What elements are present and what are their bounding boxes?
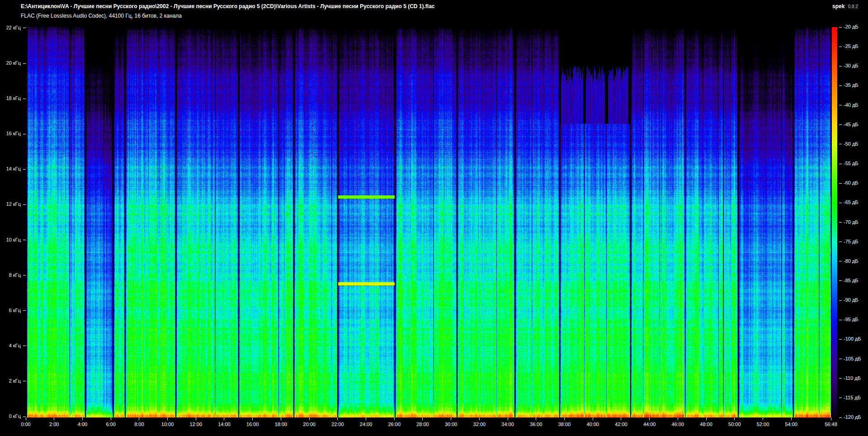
freq-tick <box>23 381 26 381</box>
time-tick <box>54 417 54 420</box>
app-name: spek <box>832 3 844 9</box>
db-tick <box>839 105 842 105</box>
time-tick-label: 20:00 <box>299 422 319 427</box>
db-tick <box>839 339 842 340</box>
db-tick-label: -60 дБ <box>844 180 868 185</box>
time-tick-label: 38:00 <box>555 422 575 427</box>
db-tick-label: -30 дБ <box>844 63 868 68</box>
time-tick-label: 52:00 <box>753 422 773 427</box>
time-tick-label: 16:00 <box>243 422 263 427</box>
time-tick <box>224 417 224 420</box>
freq-tick-label: 4 кГц <box>1 343 21 348</box>
db-tick-label: -25 дБ <box>844 43 868 49</box>
time-tick <box>252 417 253 420</box>
freq-tick <box>23 275 26 275</box>
db-tick-label: -40 дБ <box>844 102 868 108</box>
time-tick-label: 36:00 <box>526 422 546 427</box>
time-tick-label: 32:00 <box>469 422 489 427</box>
freq-tick-label: 10 кГц <box>1 237 21 242</box>
freq-tick <box>23 99 26 99</box>
freq-tick-label: 8 кГц <box>1 272 21 278</box>
time-tick <box>564 417 565 420</box>
time-tick-label: 30:00 <box>441 422 461 427</box>
freq-tick <box>23 417 26 417</box>
db-tick <box>839 398 842 398</box>
db-tick <box>839 378 842 379</box>
time-tick-label: 50:00 <box>725 422 745 427</box>
time-tick-label: 2:00 <box>44 422 64 427</box>
db-tick-label: -100 дБ <box>844 336 868 341</box>
time-tick <box>337 417 338 420</box>
time-tick <box>791 417 792 420</box>
db-tick-label: -70 дБ <box>844 219 868 225</box>
time-tick <box>831 417 831 420</box>
db-tick-label: -105 дБ <box>844 356 868 361</box>
freq-tick <box>23 28 26 28</box>
time-tick <box>281 417 281 420</box>
freq-tick <box>23 346 26 346</box>
db-tick-label: -55 дБ <box>844 161 868 166</box>
db-tick-label: -75 дБ <box>844 239 868 244</box>
freq-tick-label: 12 кГц <box>1 201 21 207</box>
freq-tick-label: 2 кГц <box>1 378 21 384</box>
db-tick <box>839 164 842 164</box>
app-version: 0.8.2 <box>848 4 858 9</box>
freq-tick-label: 6 кГц <box>1 308 21 313</box>
time-tick <box>139 417 139 420</box>
freq-tick-label: 22 кГц <box>1 25 21 30</box>
time-tick <box>196 417 196 420</box>
time-tick-label: 0:00 <box>16 422 36 427</box>
db-tick <box>839 222 842 223</box>
time-tick-label: 22:00 <box>328 422 348 427</box>
time-tick-label: 46:00 <box>668 422 688 427</box>
time-tick <box>111 417 111 420</box>
db-tick <box>839 183 842 184</box>
time-tick-label: 24:00 <box>356 422 376 427</box>
db-tick <box>839 417 842 418</box>
db-tick <box>839 359 842 359</box>
time-tick-label: 42:00 <box>611 422 631 427</box>
time-tick-label: 48:00 <box>696 422 716 427</box>
db-tick-label: -35 дБ <box>844 82 868 88</box>
freq-tick-label: 18 кГц <box>1 95 21 101</box>
db-tick <box>839 203 842 203</box>
time-tick-label: 28:00 <box>413 422 433 427</box>
time-tick <box>451 417 451 420</box>
time-tick <box>593 417 593 420</box>
time-tick <box>508 417 508 420</box>
time-tick <box>706 417 707 420</box>
time-tick <box>621 417 621 420</box>
time-tick <box>394 417 395 420</box>
time-tick <box>309 417 310 420</box>
time-tick <box>422 417 423 420</box>
db-tick <box>839 320 842 320</box>
time-tick-label: 6:00 <box>101 422 121 427</box>
time-tick <box>82 417 83 420</box>
time-tick-label: 34:00 <box>498 422 518 427</box>
time-tick-label: 8:00 <box>129 422 149 427</box>
freq-tick <box>23 240 26 240</box>
time-tick-label: 54:00 <box>781 422 801 427</box>
time-tick <box>649 417 650 420</box>
file-path-title: E:\Антициклон\VA - Лучшие песни Русского… <box>21 3 435 9</box>
time-tick <box>26 417 26 420</box>
time-tick-label: 14:00 <box>214 422 234 427</box>
freq-tick-label: 16 кГц <box>1 131 21 136</box>
db-tick-label: -50 дБ <box>844 141 868 147</box>
db-tick <box>839 280 842 281</box>
db-tick-label: -115 дБ <box>844 395 868 400</box>
time-tick-label: 26:00 <box>384 422 404 427</box>
freq-tick-label: 20 кГц <box>1 60 21 66</box>
db-tick <box>839 47 842 47</box>
time-tick <box>479 417 480 420</box>
freq-tick <box>23 204 26 205</box>
db-tick-label: -85 дБ <box>844 278 868 283</box>
db-tick <box>839 261 842 261</box>
freq-tick <box>23 134 26 134</box>
time-tick <box>536 417 536 420</box>
db-tick <box>839 27 842 28</box>
spectrogram-canvas <box>26 27 831 417</box>
time-tick <box>678 417 678 420</box>
db-tick-label: -110 дБ <box>844 375 868 381</box>
db-tick-label: -90 дБ <box>844 297 868 303</box>
